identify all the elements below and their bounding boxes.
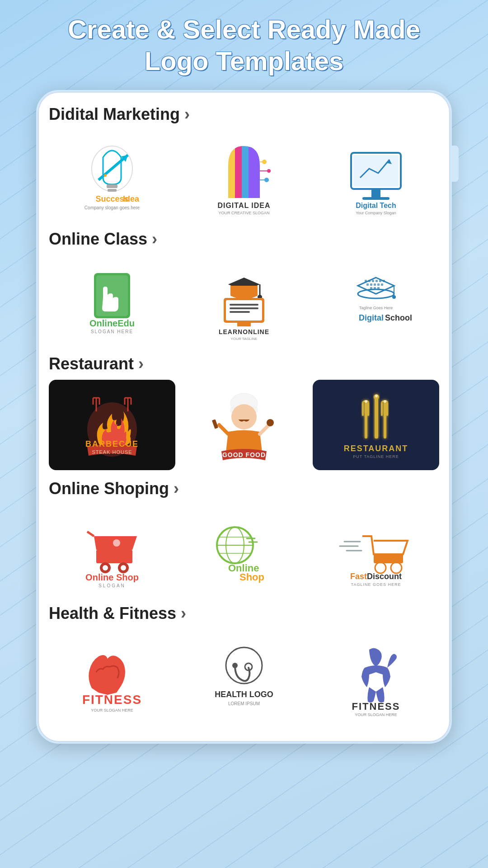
chevron-right-icon: › bbox=[138, 354, 144, 373]
section-title: Didital Marketing bbox=[49, 105, 180, 124]
svg-point-103 bbox=[103, 565, 108, 571]
svg-rect-12 bbox=[249, 146, 260, 198]
svg-rect-94 bbox=[386, 402, 388, 416]
svg-rect-36 bbox=[226, 300, 262, 321]
svg-point-60 bbox=[392, 295, 396, 299]
svg-rect-45 bbox=[368, 280, 371, 282]
section-digital-marketing: Didital Marketing › Success bbox=[49, 105, 439, 221]
svg-point-104 bbox=[121, 565, 126, 571]
svg-rect-11 bbox=[242, 146, 249, 198]
logo-card-learn-online[interactable]: LEARNONLINE YOUR TAGLINE bbox=[181, 255, 307, 345]
svg-rect-118 bbox=[374, 554, 403, 563]
section-title: Online Shoping bbox=[49, 479, 169, 498]
svg-text:FITNESS: FITNESS bbox=[352, 701, 400, 712]
svg-rect-44 bbox=[365, 280, 367, 282]
svg-rect-53 bbox=[377, 283, 380, 286]
chevron-right-icon: › bbox=[174, 479, 179, 498]
logo-card-success-idea[interactable]: Success Idea Company slogan goes here bbox=[49, 130, 175, 221]
svg-text:HEALTH LOGO: HEALTH LOGO bbox=[215, 690, 273, 699]
svg-text:Shop: Shop bbox=[239, 571, 264, 583]
svg-text:GOOD FOOD: GOOD FOOD bbox=[222, 451, 266, 458]
page-title: Create & Select Ready Made Logo Template… bbox=[68, 14, 420, 76]
logo-card-restaurant[interactable]: RESTAURANT PUT TAGLINE HERE bbox=[313, 380, 439, 470]
section-header-restaurant[interactable]: Restaurant › bbox=[49, 354, 439, 373]
svg-rect-10 bbox=[235, 146, 242, 198]
logo-card-digital-idea[interactable]: DIGITAL IDEA YOUR CREATIVE SLOGAN bbox=[181, 130, 307, 221]
svg-line-83 bbox=[260, 425, 269, 434]
svg-text:YOUR CREATIVE SLOGAN: YOUR CREATIVE SLOGAN bbox=[219, 211, 270, 215]
logo-card-good-food[interactable]: GOOD FOOD bbox=[181, 380, 307, 470]
logo-grid-digital-marketing: Success Idea Company slogan goes here bbox=[49, 130, 439, 221]
svg-rect-54 bbox=[381, 283, 383, 286]
svg-point-106 bbox=[113, 539, 120, 547]
logo-card-health-logo[interactable]: HEALTH LOGO LOREM IPSUM bbox=[181, 629, 307, 720]
logo-grid-online-class: OnlineEdu SLOGAN HERE bbox=[49, 255, 439, 345]
section-header-online-class[interactable]: Online Class › bbox=[49, 230, 439, 249]
logo-grid-online-shoping: Online Shop SLOGAN bbox=[49, 505, 439, 595]
logo-card-digital-tech[interactable]: Digital Tech Your Company Slogan bbox=[313, 130, 439, 221]
svg-rect-4 bbox=[107, 184, 117, 188]
svg-text:Tagline Goes Here: Tagline Goes Here bbox=[359, 306, 393, 310]
svg-rect-51 bbox=[370, 283, 372, 286]
logo-card-online-shop2[interactable]: Online Shop bbox=[181, 505, 307, 595]
svg-rect-40 bbox=[237, 323, 251, 326]
section-header-digital-marketing[interactable]: Didital Marketing › bbox=[49, 105, 439, 124]
svg-point-96 bbox=[375, 395, 378, 397]
svg-text:LOREM IPSUM: LOREM IPSUM bbox=[228, 701, 260, 706]
logo-grid-restaurant: BARBECUE STEAK HOUSE bbox=[49, 380, 439, 470]
svg-line-81 bbox=[219, 425, 228, 434]
svg-rect-22 bbox=[353, 155, 399, 187]
svg-rect-39 bbox=[230, 311, 250, 313]
logo-card-fitness2[interactable]: FITNESS YOUR SLOGAN HERE bbox=[313, 629, 439, 720]
logo-card-barbecue[interactable]: BARBECUE STEAK HOUSE bbox=[49, 380, 175, 470]
svg-rect-92 bbox=[384, 402, 386, 439]
section-header-health-fitness[interactable]: Health & Fitness › bbox=[49, 604, 439, 623]
section-online-class: Online Class › OnlineEdu SLOGAN HERE bbox=[49, 230, 439, 345]
svg-point-129 bbox=[232, 663, 238, 668]
svg-rect-38 bbox=[230, 307, 258, 309]
svg-text:STEAK HOUSE: STEAK HOUSE bbox=[92, 449, 132, 455]
chevron-right-icon: › bbox=[184, 105, 190, 124]
logo-card-online-shop1[interactable]: Online Shop SLOGAN bbox=[49, 505, 175, 595]
svg-text:OnlineEdu: OnlineEdu bbox=[89, 318, 135, 328]
svg-rect-82 bbox=[212, 419, 218, 429]
svg-text:SLOGAN: SLOGAN bbox=[99, 583, 126, 588]
svg-text:TAGLINE GOES HERE: TAGLINE GOES HERE bbox=[351, 582, 401, 587]
svg-rect-24 bbox=[371, 189, 380, 197]
svg-rect-48 bbox=[379, 280, 381, 282]
svg-text:Digital: Digital bbox=[359, 313, 384, 322]
svg-rect-100 bbox=[96, 550, 132, 563]
svg-text:FITNESS: FITNESS bbox=[82, 693, 142, 707]
svg-rect-25 bbox=[362, 197, 389, 200]
logo-grid-health-fitness: FITNESS YOUR SLOGAN HERE HEALTH LOGO LOR… bbox=[49, 629, 439, 720]
section-restaurant: Restaurant › bbox=[49, 354, 439, 470]
svg-rect-90 bbox=[375, 398, 378, 439]
svg-text:Your Company Slogan: Your Company Slogan bbox=[356, 211, 396, 215]
svg-text:FastDiscount: FastDiscount bbox=[350, 572, 402, 581]
logo-card-online-edu[interactable]: OnlineEdu SLOGAN HERE bbox=[49, 255, 175, 345]
svg-rect-46 bbox=[372, 280, 374, 282]
logo-card-digital-school[interactable]: Tagline Goes Here Digital School bbox=[313, 255, 439, 345]
svg-point-97 bbox=[384, 400, 386, 403]
svg-rect-87 bbox=[365, 402, 367, 439]
svg-text:RESTAURANT: RESTAURANT bbox=[344, 444, 408, 453]
svg-text:Digital Tech: Digital Tech bbox=[356, 202, 396, 209]
logo-card-fitness1[interactable]: FITNESS YOUR SLOGAN HERE bbox=[49, 629, 175, 720]
svg-rect-88 bbox=[362, 402, 364, 416]
logo-card-fast-discount[interactable]: FastDiscount TAGLINE GOES HERE bbox=[313, 505, 439, 595]
svg-text:PUT TAGLINE HERE: PUT TAGLINE HERE bbox=[353, 454, 399, 459]
section-health-fitness: Health & Fitness › FITNESS YOUR SLOGAN H… bbox=[49, 604, 439, 720]
svg-text:DIGITAL IDEA: DIGITAL IDEA bbox=[217, 202, 270, 209]
svg-text:LEARNONLINE: LEARNONLINE bbox=[219, 328, 269, 335]
svg-point-95 bbox=[365, 400, 367, 403]
section-title: Online Class bbox=[49, 230, 147, 249]
svg-rect-9 bbox=[228, 146, 235, 198]
svg-text:YOUR SLOGAN HERE: YOUR SLOGAN HERE bbox=[91, 708, 133, 712]
svg-line-105 bbox=[87, 532, 94, 536]
svg-point-84 bbox=[267, 419, 274, 426]
phone-frame: Didital Marketing › Success bbox=[36, 90, 452, 744]
section-title: Health & Fitness bbox=[49, 604, 176, 623]
svg-text:Idea: Idea bbox=[123, 194, 140, 203]
svg-text:YOUR SLOGAN HERE: YOUR SLOGAN HERE bbox=[355, 712, 397, 717]
section-header-online-shoping[interactable]: Online Shoping › bbox=[49, 479, 439, 498]
